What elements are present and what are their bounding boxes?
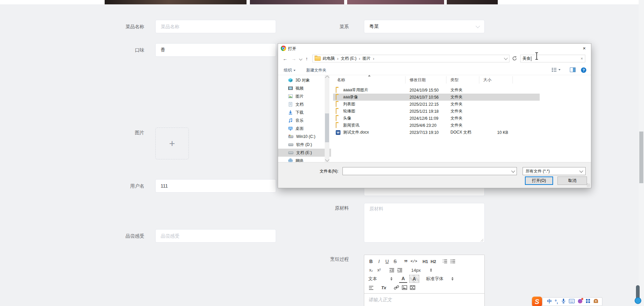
rich-text-editor[interactable]: B I U S ” </> H1 H2 x₂ x² (364, 255, 485, 306)
tree-item-desktop[interactable]: 桌面 (278, 124, 331, 133)
heading2-button[interactable]: H2 (429, 258, 437, 265)
tree-item-music[interactable]: 音乐 (278, 116, 331, 124)
text-color-button[interactable]: A (399, 275, 407, 283)
microphone-icon[interactable] (561, 298, 566, 305)
forward-icon[interactable]: → (291, 56, 296, 61)
ime-punctuation[interactable]: °, (555, 299, 558, 304)
cancel-button[interactable]: 取消 (557, 176, 587, 185)
tree-item-3d-objects[interactable]: 3D 对象 (278, 76, 331, 84)
column-header-date[interactable]: 修改日期 (406, 76, 446, 84)
tree-item-documents[interactable]: 文档 (278, 100, 331, 108)
search-input[interactable]: 美食 × (520, 55, 585, 62)
ingredients-textarea[interactable] (364, 203, 485, 243)
keyboard-icon[interactable] (569, 299, 575, 305)
filetype-select[interactable]: 所有文件 (*.*) (523, 167, 586, 175)
underline-button[interactable]: U (383, 258, 391, 265)
dialog-title-bar[interactable]: 打开 × (278, 44, 591, 53)
refresh-icon[interactable] (512, 56, 517, 62)
tree-scrollbar[interactable] (325, 75, 329, 162)
new-folder-button[interactable]: 新建文件夹 (306, 67, 326, 73)
column-header-size[interactable]: 大小 (479, 76, 513, 84)
apps-grid-icon[interactable] (586, 299, 590, 305)
open-button[interactable]: 打开(O) (525, 176, 553, 185)
up-icon[interactable]: ↑ (306, 56, 308, 61)
header-picker[interactable]: 文本 (367, 275, 394, 283)
file-row[interactable]: 头像 2024/12/6 11:09 文件夹 (333, 115, 540, 122)
dish-name-input[interactable] (155, 20, 276, 33)
textarea-resize-grip[interactable] (480, 239, 484, 242)
file-row-selected[interactable]: aaa录像 2024/10/7 10:56 文件夹 (333, 94, 540, 101)
ime-mode-chinese[interactable]: 中 (547, 299, 552, 305)
font-size-picker[interactable]: 14px (410, 266, 433, 274)
close-icon[interactable]: × (581, 45, 588, 51)
chevron-down-icon[interactable] (511, 169, 515, 172)
insert-image-icon[interactable] (400, 284, 409, 291)
preview-pane-button[interactable] (570, 67, 576, 72)
toolbox-icon[interactable] (593, 299, 598, 305)
clear-search-icon[interactable]: × (581, 56, 583, 61)
scroll-down-icon[interactable] (325, 157, 329, 162)
drive-icon (288, 142, 293, 147)
tree-item-videos[interactable]: 视频 (278, 84, 331, 92)
filename-input[interactable] (342, 167, 517, 175)
file-row[interactable]: aaaa常用图片 2024/10/9 15:50 文件夹 (333, 87, 540, 94)
file-row[interactable]: 新闻资讯 2025/4/6 23:20 文件夹 (333, 122, 540, 129)
tree-item-drive-d[interactable]: 软件 (D:) (278, 141, 331, 149)
pen-widget-ball[interactable] (635, 297, 641, 304)
resize-grip[interactable] (587, 184, 590, 187)
heading1-button[interactable]: H1 (421, 258, 429, 265)
indent-icon[interactable] (396, 266, 404, 274)
tree-item-drive-c[interactable]: Win10 (C:) (278, 133, 331, 141)
code-block-button[interactable]: </> (410, 258, 418, 265)
address-bar[interactable]: 此电脑 › 文档 (E:) › 图片 › (312, 55, 509, 62)
page-scrollbar-thumb[interactable] (639, 132, 643, 183)
insert-video-icon[interactable] (409, 284, 417, 291)
link-icon[interactable] (392, 284, 400, 291)
bold-button[interactable]: B (367, 258, 375, 265)
word-document-icon: W (336, 130, 340, 135)
outdent-icon[interactable] (388, 266, 396, 274)
column-header-type[interactable]: 类型 (446, 76, 479, 84)
tree-item-pictures[interactable]: 图片 (278, 92, 331, 100)
tasting-input[interactable] (155, 229, 276, 243)
username-input[interactable] (155, 179, 276, 193)
breadcrumb-item[interactable]: 图片 (363, 56, 371, 61)
font-family-picker[interactable]: 标准字体 (425, 275, 455, 283)
scroll-up-icon[interactable] (325, 75, 329, 80)
italic-button[interactable]: I (375, 258, 383, 265)
superscript-button[interactable]: x² (375, 266, 383, 274)
back-icon[interactable]: ← (283, 56, 287, 61)
notification-dot (581, 298, 583, 300)
taste-input[interactable] (155, 43, 276, 57)
background-color-button[interactable]: A (409, 275, 419, 283)
tree-scrollbar-thumb[interactable] (325, 113, 329, 142)
tree-item-network[interactable]: 网络 (278, 157, 331, 162)
view-mode-button[interactable] (551, 67, 560, 72)
ime-toolbar[interactable]: 中 °, (542, 297, 602, 306)
tree-item-drive-e[interactable]: 文档 (E:) (278, 149, 331, 157)
ordered-list-icon[interactable] (441, 258, 449, 265)
blockquote-button[interactable]: ” (402, 256, 410, 266)
organize-button[interactable]: 组织 (284, 67, 296, 73)
strikethrough-button[interactable]: S (391, 258, 399, 265)
help-button[interactable]: ? (581, 67, 586, 73)
image-upload-box[interactable]: + (155, 128, 189, 159)
column-header-name[interactable]: 名称 (333, 76, 406, 84)
skin-icon[interactable] (578, 299, 583, 305)
sogou-logo[interactable]: S (532, 297, 542, 306)
file-row[interactable]: 列表图 2025/2/21 22:15 文件夹 (333, 101, 540, 108)
recent-locations-icon[interactable] (299, 57, 303, 61)
file-row[interactable]: W 测试文件.docx 2023/7/13 19:10 DOCX 文档 10 K… (333, 129, 540, 136)
cuisine-select[interactable]: 粤菜 (364, 20, 485, 33)
subscript-button[interactable]: x₂ (367, 266, 375, 274)
editor-placeholder[interactable]: 请输入正文 (364, 294, 484, 306)
breadcrumb-item[interactable]: 文档 (E:) (341, 56, 357, 61)
bullet-list-icon[interactable] (449, 258, 457, 265)
breadcrumb: 此电脑 › 文档 (E:) › 图片 › (323, 56, 374, 61)
breadcrumb-item[interactable]: 此电脑 (323, 56, 335, 61)
tree-item-downloads[interactable]: 下载 (278, 108, 331, 116)
clear-format-button[interactable]: Tx (380, 284, 388, 291)
align-picker-icon[interactable] (367, 284, 375, 291)
file-row[interactable]: 轮播图 2025/1/21 19:18 文件夹 (333, 108, 540, 115)
address-dropdown-icon[interactable] (504, 56, 507, 60)
